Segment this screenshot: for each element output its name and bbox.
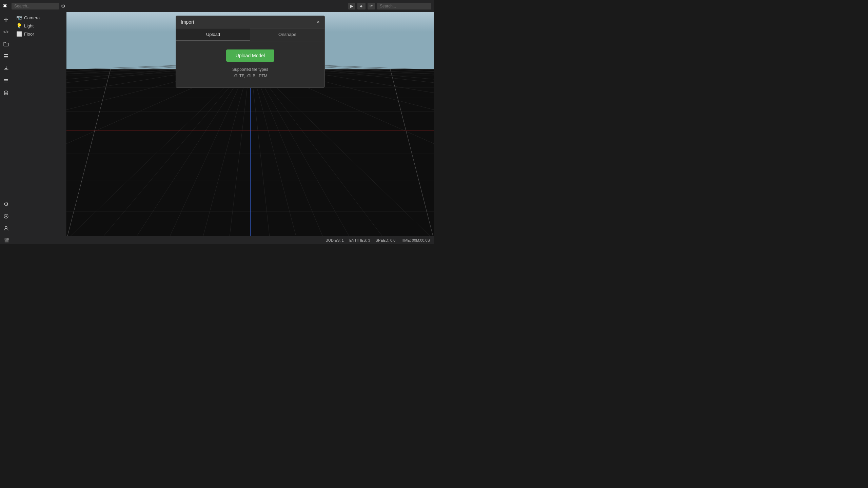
entities-count: ENTITIES: 3 bbox=[349, 238, 370, 242]
search-input-right[interactable] bbox=[377, 3, 431, 9]
import-modal: Import × Upload Onshape Upload Model Sup… bbox=[176, 16, 325, 88]
svg-rect-0 bbox=[4, 54, 8, 55]
scene-item-floor[interactable]: ⬜ Floor bbox=[12, 30, 66, 38]
sidebar-bottom: ⚙ bbox=[1, 199, 11, 233]
status-bar: 🎬 BODIES: 1 ENTITIES: 3 SPEED: 0.0 TIME:… bbox=[0, 236, 434, 244]
camera-icon: 📷 bbox=[16, 15, 22, 20]
left-sidebar: ✛ </> bbox=[0, 12, 12, 236]
move-icon[interactable]: ✛ bbox=[1, 15, 11, 24]
status-right: BODIES: 1 ENTITIES: 3 SPEED: 0.0 TIME: 0… bbox=[326, 238, 430, 242]
top-bar-right: ▶ ⏭ ⟳ bbox=[348, 3, 431, 9]
file-types-label: .GLTF, .GLB, .PTM bbox=[232, 73, 268, 79]
scene-icon: 🎬 bbox=[4, 238, 9, 243]
settings-gear-icon[interactable]: ⚙ bbox=[61, 3, 65, 9]
top-bar: ✖ ⚙ ▶ ⏭ ⟳ bbox=[0, 0, 434, 12]
scene-items: 📷 Camera 💡 Light ⬜ Floor bbox=[12, 12, 66, 39]
scene-item-light[interactable]: 💡 Light bbox=[12, 22, 66, 30]
time-value: TIME: 00M:00.0S bbox=[401, 238, 430, 242]
svg-point-9 bbox=[5, 226, 7, 228]
modal-header: Import × bbox=[176, 16, 324, 28]
modal-close-button[interactable]: × bbox=[317, 19, 320, 25]
db-icon[interactable] bbox=[1, 88, 11, 98]
svg-rect-1 bbox=[4, 56, 8, 57]
supported-types-text: Supported file types .GLTF, .GLB, .PTM bbox=[232, 66, 268, 79]
app-logo: ✖ bbox=[3, 3, 9, 9]
supported-types-label: Supported file types bbox=[232, 66, 268, 73]
scene-item-label-floor: Floor bbox=[24, 32, 34, 37]
settings-icon[interactable]: ⚙ bbox=[1, 199, 11, 209]
play-button[interactable]: ▶ bbox=[348, 3, 355, 9]
history-button[interactable]: ⟳ bbox=[368, 3, 375, 9]
scene-panel: 📷 Camera 💡 Light ⬜ Floor bbox=[12, 12, 66, 236]
status-left: 🎬 bbox=[4, 238, 9, 243]
svg-rect-5 bbox=[4, 82, 8, 82]
user-icon[interactable] bbox=[1, 224, 11, 233]
tag-icon[interactable] bbox=[1, 211, 11, 221]
floor-icon: ⬜ bbox=[16, 31, 22, 37]
list-icon[interactable] bbox=[1, 76, 11, 85]
step-button[interactable]: ⏭ bbox=[357, 3, 366, 9]
main-area: ✛ </> bbox=[0, 12, 434, 236]
light-icon: 💡 bbox=[16, 23, 22, 28]
import-icon[interactable] bbox=[1, 64, 11, 73]
tab-onshape[interactable]: Onshape bbox=[250, 28, 324, 41]
tab-upload[interactable]: Upload bbox=[176, 28, 250, 41]
modal-overlay: Import × Upload Onshape Upload Model Sup… bbox=[66, 12, 434, 236]
scene-item-camera[interactable]: 📷 Camera bbox=[12, 14, 66, 22]
scene-item-label-camera: Camera bbox=[24, 15, 40, 20]
modal-tabs: Upload Onshape bbox=[176, 28, 324, 41]
svg-rect-2 bbox=[4, 58, 8, 58]
svg-point-8 bbox=[5, 216, 7, 217]
top-bar-left: ✖ ⚙ bbox=[3, 3, 65, 9]
bodies-count: BODIES: 1 bbox=[326, 238, 344, 242]
upload-model-button[interactable]: Upload Model bbox=[226, 49, 274, 62]
svg-point-6 bbox=[4, 91, 8, 92]
modal-body: Upload Model Supported file types .GLTF,… bbox=[176, 41, 324, 87]
code-icon[interactable]: </> bbox=[1, 27, 11, 37]
folder-icon[interactable] bbox=[1, 39, 11, 49]
modal-title: Import bbox=[181, 19, 194, 25]
svg-rect-4 bbox=[4, 81, 8, 81]
search-input-left[interactable] bbox=[12, 3, 59, 9]
scene-item-label-light: Light bbox=[24, 23, 34, 28]
speed-value: SPEED: 0.0 bbox=[376, 238, 396, 242]
layers-icon[interactable] bbox=[1, 52, 11, 61]
svg-rect-3 bbox=[4, 79, 8, 80]
viewport[interactable]: Import × Upload Onshape Upload Model Sup… bbox=[66, 12, 434, 236]
